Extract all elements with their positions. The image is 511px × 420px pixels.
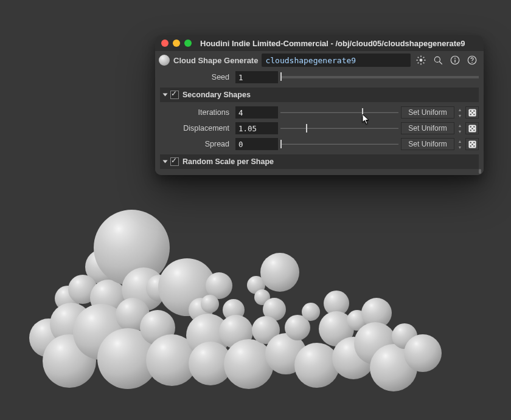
chevron-down-icon[interactable] [163, 94, 168, 97]
param-iterations: Iterations Set Uniform ▲▼ [155, 105, 484, 120]
dice-icon[interactable] [465, 106, 479, 119]
svg-point-13 [454, 58, 456, 59]
set-uniform-button[interactable]: Set Uniform [401, 106, 454, 119]
param-seed: Seed [155, 69, 484, 85]
parameter-panel: Houdini Indie Limited-Commercial - /obj/… [155, 35, 484, 175]
param-label: Displacement [160, 124, 233, 133]
set-uniform-button[interactable]: Set Uniform [401, 122, 454, 134]
section-label: Secondary Shapes [182, 91, 251, 99]
gear-icon[interactable] [414, 53, 428, 67]
seed-value-input[interactable] [235, 71, 278, 83]
section-label: Random Scale per Shape [182, 157, 274, 166]
svg-point-33 [473, 145, 474, 146]
seed-slider[interactable] [280, 72, 479, 83]
svg-line-5 [418, 57, 419, 58]
minimize-icon[interactable] [173, 40, 180, 47]
panel-scrollbar[interactable] [155, 169, 484, 175]
dice-icon[interactable] [465, 122, 479, 134]
node-type-icon [159, 55, 170, 66]
svg-point-29 [470, 142, 471, 143]
svg-line-6 [423, 63, 425, 64]
param-displacement: Displacement Set Uniform ▲▼ [155, 120, 484, 136]
mouse-cursor [362, 114, 370, 125]
svg-point-24 [473, 126, 474, 127]
iterations-slider[interactable] [280, 107, 398, 118]
section-random-scale[interactable]: Random Scale per Shape [160, 154, 479, 169]
svg-point-9 [434, 57, 440, 62]
svg-point-25 [471, 128, 473, 129]
svg-point-17 [470, 110, 471, 111]
svg-point-18 [473, 110, 474, 111]
help-icon[interactable] [465, 53, 479, 67]
svg-point-0 [420, 59, 423, 62]
svg-point-26 [470, 129, 471, 131]
svg-point-15 [471, 62, 473, 63]
svg-point-23 [470, 126, 471, 127]
window-titlebar[interactable]: Houdini Indie Limited-Commercial - /obj/… [155, 35, 484, 51]
secondary-shapes-toggle[interactable] [170, 91, 179, 99]
cloud-render [18, 207, 468, 413]
param-label: Iterations [160, 108, 233, 117]
spread-slider[interactable] [280, 139, 398, 150]
svg-point-19 [471, 112, 473, 113]
spread-value-input[interactable] [235, 138, 278, 150]
displacement-slider[interactable] [280, 123, 398, 134]
param-label: Spread [160, 140, 233, 148]
svg-point-21 [473, 114, 474, 115]
svg-point-30 [473, 142, 474, 143]
close-icon[interactable] [161, 40, 169, 47]
set-uniform-button[interactable]: Set Uniform [401, 138, 454, 150]
svg-line-7 [418, 63, 419, 64]
svg-point-27 [473, 129, 474, 131]
zoom-icon[interactable] [184, 40, 192, 47]
window-title: Houdini Indie Limited-Commercial - /obj/… [200, 39, 465, 48]
param-spread: Spread Set Uniform ▲▼ [155, 136, 484, 152]
stepper[interactable]: ▲▼ [457, 106, 463, 119]
info-icon[interactable] [448, 53, 462, 67]
svg-point-32 [470, 145, 471, 146]
chevron-down-icon[interactable] [163, 160, 168, 164]
iterations-value-input[interactable] [235, 106, 278, 119]
dice-icon[interactable] [465, 138, 479, 150]
svg-point-31 [471, 143, 473, 145]
svg-line-8 [423, 57, 425, 58]
stepper[interactable]: ▲▼ [457, 122, 463, 134]
random-scale-toggle[interactable] [170, 157, 179, 166]
node-path-input[interactable] [262, 53, 411, 67]
svg-line-10 [439, 61, 442, 64]
param-label: Seed [160, 73, 233, 81]
node-type-label: Cloud Shape Generate [173, 56, 258, 65]
displacement-value-input[interactable] [235, 122, 278, 134]
svg-point-20 [470, 114, 471, 115]
section-secondary-shapes[interactable]: Secondary Shapes [160, 88, 479, 102]
search-icon[interactable] [431, 53, 445, 67]
stepper[interactable]: ▲▼ [457, 138, 463, 150]
